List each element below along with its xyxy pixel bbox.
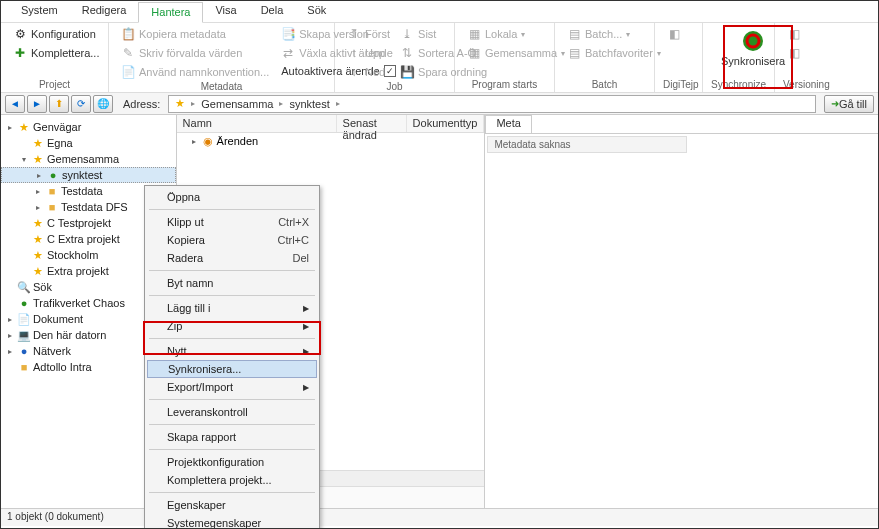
tree-item[interactable]: ▸●synktest [1, 167, 176, 183]
back-button[interactable]: ◄ [5, 95, 25, 113]
version-icon: 📑 [281, 27, 295, 41]
konfiguration-button[interactable]: ⚙Konfiguration [9, 25, 103, 43]
gemensamma-button[interactable]: ▦Gemensamma ▾ [463, 44, 569, 62]
tree-label: Nätverk [33, 345, 71, 357]
menu-item[interactable]: Export/Import▶ [147, 378, 317, 396]
tree-item[interactable]: ▾★Gemensamma [1, 151, 176, 167]
tree-item[interactable]: ▸★Genvägar [1, 119, 176, 135]
col-name[interactable]: Namn [177, 115, 337, 132]
go-button[interactable]: ➜ Gå till [824, 95, 874, 113]
col-type[interactable]: Dokumenttyp [407, 115, 485, 132]
gear-icon: ⚙ [13, 27, 27, 41]
batchfav-button[interactable]: ▤Batchfavoriter ▾ [563, 44, 665, 62]
item-icon: ◉ [203, 135, 213, 148]
menu-dela[interactable]: Dela [249, 1, 296, 22]
first-icon: ⤒ [347, 27, 361, 41]
list-item[interactable]: ▸ ◉ Ärenden [177, 133, 485, 149]
versioning-button[interactable]: ◧ [783, 25, 805, 43]
fav-icon: ▤ [567, 46, 581, 60]
ned-button[interactable]: ↓Ned [343, 63, 394, 81]
tree-label: synktest [62, 169, 102, 181]
group-label: Synchronize [711, 79, 766, 92]
menu-item[interactable]: Systemegenskaper [147, 514, 317, 529]
sync-icon [739, 27, 767, 55]
menu-item[interactable]: Komplettera projekt... [147, 471, 317, 489]
version-icon: ◧ [787, 27, 801, 41]
tree-label: Extra projekt [47, 265, 109, 277]
tree-icon: ★ [31, 249, 45, 262]
expand-icon[interactable]: ▸ [34, 171, 44, 180]
menu-item[interactable]: Synkronisera... [147, 360, 317, 378]
expand-icon[interactable]: ▸ [189, 137, 199, 146]
group-label: Project [9, 79, 100, 92]
tree-label: Genvägar [33, 121, 81, 133]
globe-button[interactable]: 🌐 [93, 95, 113, 113]
tree-icon: ★ [31, 153, 45, 166]
group-label: Program starts [463, 79, 546, 92]
menu-item[interactable]: RaderaDel [147, 249, 317, 267]
lokala-button[interactable]: ▦Lokala ▾ [463, 25, 569, 43]
menu-item[interactable]: Zip▶ [147, 317, 317, 335]
menu-bar: SystemRedigeraHanteraVisaDelaSök [1, 1, 878, 23]
upp-button[interactable]: ↑Upp [343, 44, 394, 62]
menu-item[interactable]: Öppna [147, 188, 317, 206]
forst-button[interactable]: ⤒Först [343, 25, 394, 43]
forward-button[interactable]: ► [27, 95, 47, 113]
breadcrumb[interactable]: synktest [287, 98, 331, 110]
expand-icon[interactable]: ▸ [5, 315, 15, 324]
meta-message: Metadata saknas [487, 136, 687, 153]
menu-item[interactable]: Byt namn [147, 274, 317, 292]
menu-item[interactable]: Projektkonfiguration [147, 453, 317, 471]
address-bar[interactable]: ★ ▸ Gemensamma ▸ synktest ▸ [168, 95, 816, 113]
tree-icon: ■ [17, 361, 31, 373]
menu-item[interactable]: Egenskaper [147, 496, 317, 514]
tree-label: C Testprojekt [47, 217, 111, 229]
skriv-button[interactable]: ✎Skriv förvalda värden [117, 44, 273, 62]
refresh-button[interactable]: ⟳ [71, 95, 91, 113]
tree-label: Dokument [33, 313, 83, 325]
expand-icon[interactable]: ▸ [5, 331, 15, 340]
list-header: Namn Senast ändrad Dokumenttyp [177, 115, 485, 133]
meta-panel: Meta Metadata saknas [485, 115, 878, 508]
tree-label: Gemensamma [47, 153, 119, 165]
breadcrumb[interactable]: Gemensamma [199, 98, 275, 110]
main-area: ▸★Genvägar★Egna▾★Gemensamma▸●synktest▸■T… [1, 115, 878, 508]
version-icon: ◧ [787, 46, 801, 60]
shared-icon: ▦ [467, 46, 481, 60]
col-modified[interactable]: Senast ändrad [337, 115, 407, 132]
group-label: DigiTejp [663, 79, 694, 92]
expand-icon[interactable]: ▸ [33, 187, 43, 196]
menu-hantera[interactable]: Hantera [138, 2, 203, 23]
batch-icon: ▤ [567, 27, 581, 41]
expand-icon[interactable]: ▾ [19, 155, 29, 164]
menu-item[interactable]: Skapa rapport [147, 428, 317, 446]
meta-tab[interactable]: Meta [485, 115, 531, 133]
expand-icon[interactable]: ▸ [5, 123, 15, 132]
menu-item[interactable]: Leveranskontroll [147, 403, 317, 421]
star-icon: ★ [173, 97, 187, 110]
namnkonvention-button[interactable]: 📄Använd namnkonvention... [117, 63, 273, 81]
tree-icon: ★ [31, 265, 45, 278]
menu-item[interactable]: Nytt▶ [147, 342, 317, 360]
tree-icon: 🔍 [17, 281, 31, 294]
digitejp-button[interactable]: ◧ [663, 25, 685, 43]
batch-button[interactable]: ▤Batch... ▾ [563, 25, 665, 43]
up-button[interactable]: ⬆ [49, 95, 69, 113]
tree-label: Testdata [61, 185, 103, 197]
kopiera-metadata-button[interactable]: 📋Kopiera metadata [117, 25, 273, 43]
menu-visa[interactable]: Visa [203, 1, 248, 22]
status-bar: 1 objekt (0 dokument) [1, 508, 878, 526]
komplettera-button[interactable]: ✚Komplettera... [9, 44, 103, 62]
menu-item[interactable]: KopieraCtrl+C [147, 231, 317, 249]
tree-item[interactable]: ★Egna [1, 135, 176, 151]
expand-icon[interactable]: ▸ [33, 203, 43, 212]
menu-item[interactable]: Klipp utCtrl+X [147, 213, 317, 231]
menu-item[interactable]: Lägg till i▶ [147, 299, 317, 317]
menu-sök[interactable]: Sök [295, 1, 338, 22]
menu-system[interactable]: System [9, 1, 70, 22]
menu-redigera[interactable]: Redigera [70, 1, 139, 22]
tree-icon: ● [46, 169, 60, 181]
tree-label: Den här datorn [33, 329, 106, 341]
expand-icon[interactable]: ▸ [5, 347, 15, 356]
versioning-button-2[interactable]: ◧ [783, 44, 805, 62]
